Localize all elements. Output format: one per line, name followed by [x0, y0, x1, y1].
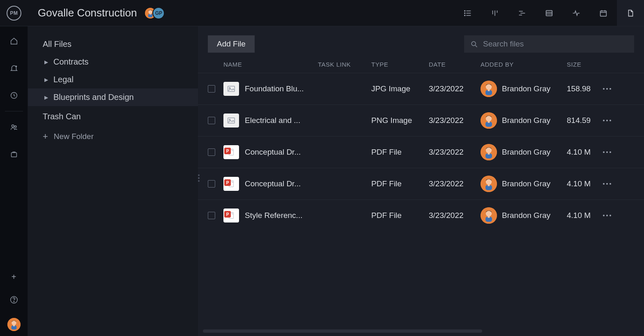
file-actions-menu[interactable] — [599, 88, 615, 90]
columns-header: NAME TASK LINK TYPE DATE ADDED BY SIZE — [198, 53, 644, 73]
view-tabs — [454, 0, 644, 26]
file-date: 3/23/2022 — [429, 179, 481, 188]
view-tab-calendar[interactable] — [590, 0, 617, 26]
svg-point-7 — [465, 10, 465, 11]
file-actions-menu[interactable] — [599, 183, 615, 185]
search-input[interactable] — [483, 39, 628, 49]
folder-label: Legal — [53, 75, 74, 84]
chevron-right-icon: ▶ — [44, 59, 49, 65]
app-logo[interactable]: PM — [0, 6, 28, 21]
rail-team[interactable] — [8, 121, 20, 133]
file-row[interactable]: Foundation Blu... JPG Image 3/23/2022 Br… — [198, 73, 644, 104]
file-checkbox[interactable] — [208, 212, 223, 219]
file-size: 4.10 M — [567, 148, 599, 157]
image-file-icon — [223, 82, 239, 96]
svg-rect-32 — [228, 86, 235, 92]
file-name: Conceptual Dr... — [245, 148, 301, 157]
file-actions-menu[interactable] — [599, 151, 615, 153]
col-task-link[interactable]: TASK LINK — [318, 61, 371, 68]
rail-user-avatar[interactable] — [7, 318, 21, 331]
user-avatar-icon — [481, 112, 497, 129]
file-added-by: Brandon Gray — [481, 81, 567, 97]
file-row[interactable]: Electrical and ... PNG Image 3/23/2022 B… — [198, 104, 644, 136]
folder-label: Blueprints and Design — [53, 93, 134, 102]
search-icon — [470, 40, 478, 48]
svg-point-30 — [472, 42, 476, 46]
new-folder-label: New Folder — [54, 132, 94, 141]
file-date: 3/23/2022 — [429, 116, 481, 125]
folder-trash[interactable]: Trash Can — [28, 108, 198, 125]
folder-all-files[interactable]: All Files — [28, 35, 198, 53]
file-size: 814.59 — [567, 116, 599, 125]
svg-line-31 — [475, 45, 477, 47]
file-added-by: Brandon Gray — [481, 176, 567, 192]
chevron-right-icon: ▶ — [44, 77, 49, 83]
file-checkbox[interactable] — [208, 148, 223, 156]
rail-add-button[interactable]: + — [12, 272, 16, 282]
image-file-icon — [223, 114, 239, 127]
view-tab-list[interactable] — [454, 0, 481, 26]
svg-point-9 — [465, 15, 465, 16]
file-actions-menu[interactable] — [599, 120, 615, 121]
view-tab-table[interactable] — [536, 0, 563, 26]
rail-projects[interactable] — [8, 148, 20, 160]
svg-point-35 — [229, 119, 230, 120]
user-avatar-icon — [481, 207, 497, 224]
file-size: 158.98 — [567, 84, 599, 93]
user-avatar-icon — [481, 81, 497, 97]
col-type[interactable]: TYPE — [371, 61, 429, 68]
file-type: PDF File — [371, 179, 429, 188]
svg-point-29 — [14, 301, 14, 302]
pm-logo-icon: PM — [7, 6, 21, 21]
svg-point-8 — [465, 13, 465, 14]
rail-recent[interactable] — [8, 90, 20, 101]
view-tab-files[interactable] — [617, 0, 644, 26]
folder-root-label: All Files — [43, 39, 71, 49]
file-date: 3/23/2022 — [429, 211, 481, 220]
file-name: Conceptual Dr... — [245, 179, 301, 188]
folder-contracts[interactable]: ▶Contracts — [28, 53, 198, 71]
file-date: 3/23/2022 — [429, 84, 481, 93]
rail-home[interactable] — [8, 35, 20, 47]
col-size[interactable]: SIZE — [567, 61, 599, 68]
sidebar-resize-handle[interactable] — [198, 174, 200, 182]
col-added-by[interactable]: ADDED BY — [481, 61, 567, 68]
rail-notifications[interactable] — [8, 63, 20, 74]
search-box[interactable] — [464, 35, 634, 53]
view-tab-plan[interactable] — [508, 0, 536, 26]
svg-point-23 — [15, 66, 17, 67]
plus-icon: + — [43, 131, 48, 142]
files-list: Foundation Blu... JPG Image 3/23/2022 Br… — [198, 73, 644, 329]
file-type: PNG Image — [371, 116, 429, 125]
member-avatar-2[interactable]: GP — [152, 7, 165, 19]
project-members[interactable]: GP — [144, 7, 165, 19]
file-row[interactable]: P Conceptual Dr... PDF File 3/23/2022 Br… — [198, 168, 644, 199]
file-type: JPG Image — [371, 84, 429, 93]
new-folder-button[interactable]: +New Folder — [28, 131, 198, 142]
file-name: Style Referenc... — [245, 211, 302, 220]
svg-rect-27 — [11, 153, 16, 157]
file-actions-menu[interactable] — [599, 215, 615, 216]
file-name: Foundation Blu... — [245, 84, 304, 93]
add-file-button[interactable]: Add File — [208, 35, 255, 53]
horizontal-scrollbar[interactable] — [203, 329, 639, 334]
file-row[interactable]: P Conceptual Dr... PDF File 3/23/2022 Br… — [198, 136, 644, 168]
col-date[interactable]: DATE — [429, 61, 481, 68]
file-checkbox[interactable] — [208, 180, 223, 188]
folder-blueprints[interactable]: ▶Blueprints and Design — [28, 88, 198, 106]
view-tab-activity[interactable] — [563, 0, 590, 26]
file-checkbox[interactable] — [208, 117, 223, 124]
col-name[interactable]: NAME — [223, 61, 318, 68]
file-row[interactable]: P Style Referenc... PDF File 3/23/2022 B… — [198, 199, 644, 231]
rail-help[interactable] — [8, 294, 20, 306]
left-rail: + — [0, 26, 28, 336]
folder-legal[interactable]: ▶Legal — [28, 71, 198, 88]
svg-point-25 — [12, 125, 14, 127]
folder-sidebar: All Files ▶Contracts ▶Legal ▶Blueprints … — [28, 26, 198, 336]
user-avatar-icon — [481, 144, 497, 160]
project-title[interactable]: Govalle Construction — [38, 7, 137, 19]
file-checkbox[interactable] — [208, 85, 223, 93]
rail-separator — [5, 111, 23, 111]
file-size: 4.10 M — [567, 211, 599, 220]
view-tab-board[interactable] — [481, 0, 508, 26]
